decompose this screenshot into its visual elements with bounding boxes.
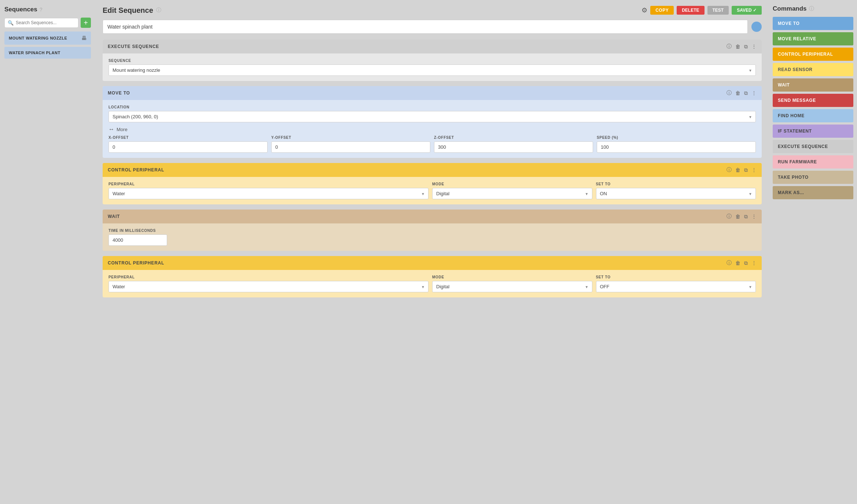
card-move-to-title: MOVE TO (108, 90, 130, 96)
page-title: Edit Sequence (103, 6, 153, 15)
cmd-move-relative-button[interactable]: MOVE RELATIVE (773, 32, 853, 45)
card-execute-sequence-header: EXECUTE SEQUENCE ⓘ 🗑 ⧉ ⋮ (103, 40, 762, 53)
peripheral-select-1[interactable]: Water (108, 188, 428, 199)
offset-grid: X-OFFSET Y-OFFSET Z-OFFSET SPEED (%) (108, 136, 756, 153)
more-icon[interactable]: ⋮ (751, 214, 757, 219)
set-to-select-1[interactable]: ON OFF (596, 188, 756, 199)
card-control-peripheral-2-title: CONTROL PERIPHERAL (108, 260, 164, 266)
settings-button[interactable]: ⚙ (641, 6, 647, 14)
mode-select-wrap-2: Digital (432, 281, 592, 292)
sidebar-item-water-spinach-plant[interactable]: WATER SPINACH PLANT (4, 47, 91, 59)
location-select-wrap: Spinach (200, 960, 0) (108, 111, 756, 122)
cmd-move-to-button[interactable]: MOVE TO (773, 17, 853, 30)
cmd-mark-as-button[interactable]: MARK AS... (773, 186, 853, 199)
x-offset-input[interactable] (108, 141, 268, 153)
speed-input[interactable] (597, 141, 756, 153)
mode-label-2: MODE (432, 275, 592, 279)
saved-button[interactable]: SAVED ✓ (732, 6, 762, 15)
z-offset-input[interactable] (434, 141, 593, 153)
expand-icon: ↔ (108, 126, 114, 133)
cmd-find-home-button[interactable]: FIND HOME (773, 109, 853, 122)
card-execute-sequence-actions: ⓘ 🗑 ⧉ ⋮ (727, 43, 757, 50)
card-control-peripheral-1-actions: ⓘ 🗑 ⧉ ⋮ (727, 167, 757, 173)
sidebar-header: Sequences ? (4, 6, 91, 13)
sequence-select[interactable]: Mount watering nozzle (108, 64, 756, 76)
cmd-read-sensor-button[interactable]: READ SENSOR (773, 63, 853, 76)
set-to-select-2[interactable]: ON OFF (596, 281, 756, 292)
time-input[interactable] (108, 234, 167, 246)
sidebar-item-label: MOUNT WATERING NOZZLE (9, 36, 67, 40)
copy-icon[interactable]: ⧉ (744, 214, 748, 220)
cmd-send-message-button[interactable]: SEND MESSAGE (773, 94, 853, 107)
card-wait: WAIT ⓘ 🗑 ⧉ ⋮ TIME IN MILLISECONDS (103, 210, 762, 251)
mode-select-1[interactable]: Digital (432, 188, 592, 199)
more-icon[interactable]: ⋮ (751, 167, 757, 173)
mode-select-2[interactable]: Digital (432, 281, 592, 292)
help-icon[interactable]: ⓘ (727, 260, 732, 266)
card-wait-actions: ⓘ 🗑 ⧉ ⋮ (727, 213, 757, 220)
z-offset-label: Z-OFFSET (434, 136, 593, 140)
card-control-peripheral-1-title: CONTROL PERIPHERAL (108, 167, 164, 173)
peripheral-grid-1: PERIPHERAL Water MODE Digital (108, 182, 756, 199)
card-control-peripheral-1: CONTROL PERIPHERAL ⓘ 🗑 ⧉ ⋮ PERIPHERAL Wa… (103, 163, 762, 204)
peripheral-select-2[interactable]: Water (108, 281, 428, 292)
help-icon[interactable]: ⓘ (727, 90, 732, 96)
x-offset-field: X-OFFSET (108, 136, 268, 153)
x-offset-label: X-OFFSET (108, 136, 268, 140)
search-row: 🔍 + (4, 18, 91, 28)
sequence-select-wrap: Mount watering nozzle (108, 64, 756, 76)
help-icon[interactable]: ⓘ (727, 167, 732, 173)
cmd-control-peripheral-button[interactable]: CONTROL PERIPHERAL (773, 48, 853, 61)
help-icon[interactable]: ⓘ (727, 213, 732, 220)
cmd-wait-button[interactable]: WAIT (773, 78, 853, 92)
search-input[interactable] (16, 20, 75, 25)
cmd-execute-sequence-button[interactable]: EXECUTE SEQUENCE (773, 140, 853, 153)
color-picker[interactable] (751, 22, 762, 32)
toolbar: ⚙ COPY DELETE TEST SAVED ✓ (641, 6, 762, 15)
speed-field: SPEED (%) (597, 136, 756, 153)
test-button[interactable]: TEST (707, 6, 729, 15)
cmd-if-statement-button[interactable]: IF STATEMENT (773, 125, 853, 138)
help-icon[interactable]: ⓘ (727, 43, 732, 50)
peripheral-field-2: PERIPHERAL Water (108, 275, 428, 292)
sequence-name-input[interactable] (103, 20, 748, 34)
delete-icon[interactable]: 🗑 (735, 44, 740, 49)
delete-icon[interactable]: 🗑 (735, 90, 740, 96)
set-to-select-wrap-2: ON OFF (596, 281, 756, 292)
commands-title: Commands (773, 5, 807, 12)
more-icon[interactable]: ⋮ (751, 260, 757, 266)
add-sequence-button[interactable]: + (81, 18, 91, 28)
delete-icon[interactable]: 🗑 (735, 260, 740, 266)
mode-select-wrap-1: Digital (432, 188, 592, 199)
delete-icon[interactable]: 🗑 (735, 167, 740, 173)
search-icon: 🔍 (8, 20, 14, 26)
peripheral-select-wrap-1: Water (108, 188, 428, 199)
copy-icon[interactable]: ⧉ (744, 167, 748, 173)
sidebar-title: Sequences (4, 6, 37, 13)
delete-button[interactable]: DELETE (677, 6, 704, 15)
editor-help-icon: ⓘ (156, 7, 161, 14)
sidebar-item-mount-watering-nozzle[interactable]: MOUNT WATERING NOZZLE 🖶 (4, 32, 91, 45)
card-move-to: MOVE TO ⓘ 🗑 ⧉ ⋮ LOCATION Spinach (200, 9… (103, 86, 762, 158)
set-to-label-2: SET TO (596, 275, 756, 279)
delete-icon[interactable]: 🗑 (735, 214, 740, 219)
more-icon[interactable]: ⋮ (751, 44, 757, 49)
copy-icon[interactable]: ⧉ (744, 90, 748, 96)
cmd-take-photo-button[interactable]: TAKE PHOTO (773, 171, 853, 184)
copy-button[interactable]: COPY (650, 6, 674, 15)
card-control-peripheral-2-body: PERIPHERAL Water MODE Digital (103, 270, 762, 297)
card-wait-header: WAIT ⓘ 🗑 ⧉ ⋮ (103, 210, 762, 223)
location-select[interactable]: Spinach (200, 960, 0) (108, 111, 756, 122)
card-move-to-header: MOVE TO ⓘ 🗑 ⧉ ⋮ (103, 86, 762, 100)
y-offset-input[interactable] (271, 141, 430, 153)
speed-label: SPEED (%) (597, 136, 756, 140)
cmd-run-farmware-button[interactable]: RUN FARMWARE (773, 155, 853, 168)
location-label: LOCATION (108, 105, 756, 109)
y-offset-label: Y-OFFSET (271, 136, 430, 140)
copy-icon[interactable]: ⧉ (744, 44, 748, 50)
copy-icon[interactable]: ⧉ (744, 260, 748, 266)
more-row[interactable]: ↔ More (108, 126, 756, 133)
card-move-to-actions: ⓘ 🗑 ⧉ ⋮ (727, 90, 757, 96)
more-icon[interactable]: ⋮ (751, 90, 757, 96)
set-to-field-2: SET TO ON OFF (596, 275, 756, 292)
